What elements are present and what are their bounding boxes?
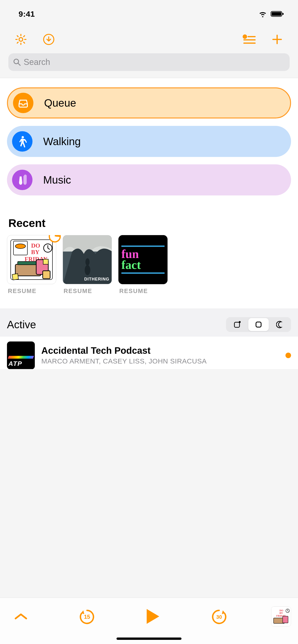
resume-label: RESUME bbox=[118, 288, 168, 295]
podcast-artwork: DITHERING bbox=[63, 235, 112, 284]
recent-item-do-by-friday[interactable]: DO BY FRIDAY RESUME bbox=[7, 235, 56, 295]
svg-rect-18 bbox=[43, 271, 50, 279]
chevron-up-icon bbox=[14, 612, 28, 620]
svg-rect-19 bbox=[43, 259, 48, 264]
play-button[interactable] bbox=[139, 605, 167, 628]
podcast-authors: MARCO ARMENT, CASEY LISS, JOHN SIRACUSA bbox=[41, 357, 279, 366]
artwork-text-line1: fun bbox=[121, 249, 165, 260]
active-heading: Active bbox=[7, 318, 36, 331]
decorative-bar bbox=[121, 246, 165, 247]
recent-item-dithering[interactable]: DITHERING RESUME bbox=[63, 235, 112, 295]
inbox-icon bbox=[13, 93, 34, 113]
svg-text:30: 30 bbox=[216, 614, 222, 620]
skip-back-button[interactable]: 15 bbox=[73, 605, 101, 628]
mini-player: 15 30 DO BY FRIDAY bbox=[0, 598, 298, 644]
svg-text:DO: DO bbox=[31, 242, 40, 249]
playlist-queue[interactable]: Queue bbox=[7, 88, 291, 118]
square-icon bbox=[255, 321, 262, 328]
main-content: Queue Walking Music Recent DO BY FRIDAY bbox=[0, 78, 298, 336]
svg-rect-27 bbox=[256, 322, 261, 327]
svg-text:BY: BY bbox=[31, 249, 40, 256]
svg-point-14 bbox=[15, 244, 26, 248]
skip-forward-button[interactable]: 30 bbox=[205, 605, 233, 628]
home-indicator bbox=[117, 638, 181, 640]
segment-sleep[interactable] bbox=[270, 318, 290, 331]
expand-player-button[interactable] bbox=[7, 605, 35, 628]
playlist-label: Music bbox=[43, 174, 71, 186]
search-container bbox=[0, 53, 298, 78]
recent-heading: Recent bbox=[7, 203, 291, 235]
svg-text:15: 15 bbox=[84, 614, 90, 620]
artwork-text-line2: fact bbox=[121, 260, 165, 270]
now-playing-artwork[interactable]: DO BY FRIDAY bbox=[271, 606, 291, 626]
playlist-music[interactable]: Music bbox=[7, 164, 291, 196]
podcast-artwork: fun fact bbox=[118, 235, 168, 284]
svg-rect-25 bbox=[234, 322, 239, 327]
svg-rect-1 bbox=[271, 12, 281, 16]
playlist-add-button[interactable] bbox=[235, 30, 263, 49]
add-button[interactable] bbox=[263, 30, 291, 49]
svg-rect-36 bbox=[283, 616, 288, 623]
artwork-overlay-text: DITHERING bbox=[84, 277, 109, 282]
unplayed-indicator-icon bbox=[285, 352, 291, 358]
resume-label: RESUME bbox=[7, 288, 56, 295]
podcast-title: Accidental Tech Podcast bbox=[41, 346, 279, 356]
status-bar: 9:41 bbox=[0, 0, 298, 28]
svg-text:BY: BY bbox=[279, 612, 283, 614]
square-badge-icon bbox=[233, 320, 241, 328]
plus-icon bbox=[271, 34, 283, 45]
gear-icon bbox=[15, 33, 27, 46]
active-filter-segment[interactable] bbox=[226, 317, 291, 332]
svg-rect-20 bbox=[12, 274, 18, 280]
skip-forward-icon: 30 bbox=[211, 608, 227, 625]
top-toolbar bbox=[0, 28, 298, 53]
svg-point-24 bbox=[85, 258, 90, 266]
podcast-artwork: ATP bbox=[7, 342, 35, 369]
download-circle-icon bbox=[43, 34, 55, 45]
recent-item-fun-fact[interactable]: fun fact RESUME bbox=[118, 235, 168, 295]
settings-button[interactable] bbox=[7, 30, 35, 49]
play-icon bbox=[146, 608, 160, 625]
active-section: Active bbox=[0, 308, 298, 336]
list-plus-icon bbox=[242, 34, 256, 44]
podcast-row-atp[interactable]: ATP Accidental Tech Podcast MARCO ARMENT… bbox=[0, 336, 298, 369]
podcast-artwork: DO BY FRIDAY bbox=[7, 235, 56, 284]
search-icon bbox=[13, 58, 21, 66]
svg-rect-16 bbox=[18, 262, 39, 265]
moon-icon bbox=[276, 321, 283, 328]
search-field[interactable] bbox=[8, 53, 290, 71]
svg-point-26 bbox=[239, 321, 241, 323]
playlist-walking[interactable]: Walking bbox=[7, 126, 291, 157]
recent-row: DO BY FRIDAY RESUME bbox=[7, 235, 291, 295]
status-icons bbox=[258, 11, 284, 17]
svg-text:DO: DO bbox=[279, 609, 283, 612]
segment-all[interactable] bbox=[248, 318, 269, 331]
svg-rect-2 bbox=[282, 13, 283, 15]
status-time: 9:41 bbox=[19, 10, 35, 18]
svg-point-23 bbox=[85, 265, 90, 275]
guitar-icon bbox=[12, 170, 33, 190]
walk-icon bbox=[12, 131, 33, 152]
playlist-label: Walking bbox=[43, 135, 81, 148]
artwork-text: ATP bbox=[8, 360, 34, 368]
battery-icon bbox=[271, 11, 284, 17]
wifi-icon bbox=[258, 11, 267, 17]
resume-label: RESUME bbox=[63, 288, 112, 295]
downloads-button[interactable] bbox=[35, 30, 63, 49]
skip-back-icon: 15 bbox=[79, 608, 95, 625]
search-input[interactable] bbox=[24, 57, 285, 67]
playlist-label: Queue bbox=[44, 97, 76, 109]
segment-new-episodes[interactable] bbox=[227, 318, 247, 331]
svg-point-7 bbox=[22, 136, 24, 138]
svg-point-3 bbox=[19, 38, 23, 41]
decorative-bar bbox=[121, 272, 165, 274]
